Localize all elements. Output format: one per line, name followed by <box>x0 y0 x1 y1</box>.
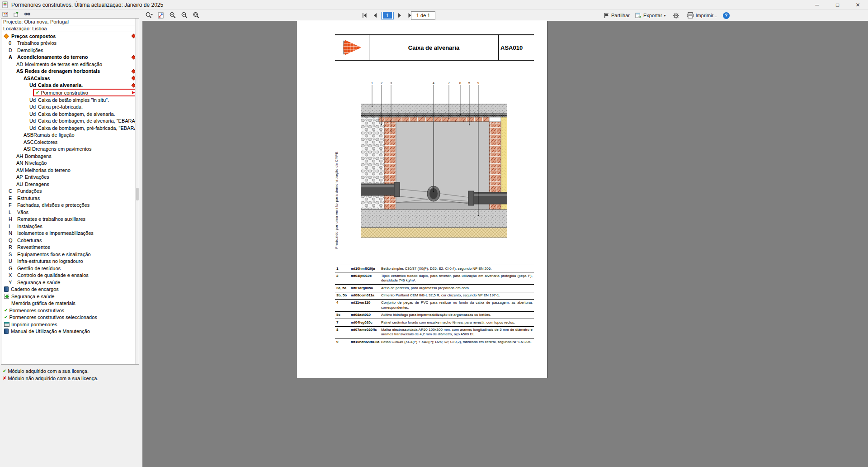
fit-page-button[interactable] <box>156 11 166 20</box>
printer-icon <box>687 12 694 19</box>
print-button[interactable]: Imprimir... <box>687 12 717 19</box>
tree-item[interactable]: SEquipamentos fixos e sinalização <box>1 251 139 258</box>
tree-item[interactable]: ✔Pormenores construtivos seleccionados <box>1 314 139 321</box>
project-location: Localização: Lisboa <box>1 25 139 32</box>
material-description: Aditivo hidrófugo para impermeabilização… <box>380 312 534 319</box>
tree-item[interactable]: ASCColectores <box>1 138 139 146</box>
material-row: 7mt04lvg020cPainel cerâmico furado com e… <box>335 319 534 326</box>
tree-item[interactable]: Preços compostos <box>1 33 139 40</box>
gear-icon <box>673 12 679 19</box>
tree-item-label: Pormenores construtivos <box>9 308 64 313</box>
help-icon[interactable]: ? <box>723 12 730 19</box>
tree-item-label: Fundações <box>17 188 42 194</box>
tree-item[interactable]: AMMelhorias do terreno <box>1 167 139 174</box>
tree-item-label: Caixa pré-fabricada. <box>38 104 83 110</box>
tree-item[interactable]: CFundações <box>1 188 139 195</box>
minimize-button[interactable]: ─ <box>807 0 827 10</box>
material-description: Betão simples C30/37 (X0(P); D25; S2; Cl… <box>380 265 534 272</box>
tree-item[interactable]: EEstruturas <box>1 195 139 202</box>
tree-item-label: Drenagens em pavimentos <box>32 146 91 152</box>
tree-item[interactable]: AAcondicionamento do terreno <box>1 54 139 61</box>
tree-item[interactable]: Manual de Utilização e Manutenção <box>1 328 139 335</box>
tree-item[interactable]: GGestão de resíduos <box>1 265 139 272</box>
export-button[interactable]: Exportar ▾ <box>635 13 666 19</box>
tree-item-label: Estruturas <box>17 195 40 201</box>
tree-item[interactable]: 0Trabalhos prévios <box>1 40 139 47</box>
tree-item-prefix: I <box>9 224 17 229</box>
page-number-input[interactable]: 1 <box>381 12 394 19</box>
tree-item[interactable]: UdCaixa de bombagem, de alvenaria, "EBAR… <box>1 118 139 125</box>
tree-item-label: Caixas <box>34 76 50 81</box>
tree-item[interactable]: Caderno de encargos <box>1 286 139 293</box>
tree-item-label: Controlo de qualidade e ensaios <box>17 272 89 278</box>
tree-item-label: Trabalhos prévios <box>17 40 57 46</box>
tree-item[interactable]: UdCaixa pré-fabricada. <box>1 104 139 111</box>
sidebar-scrollbar-thumb[interactable] <box>136 188 139 200</box>
tree-item[interactable]: QCoberturas <box>1 237 139 244</box>
tree-item[interactable]: ✔Pormenores construtivos <box>1 307 139 314</box>
tree-item[interactable]: ASBRamais de ligação <box>1 132 139 139</box>
tree-item[interactable]: LVãos <box>1 209 139 216</box>
tree-item-label: Caixa de bombagem, pré-fabricada, "EBARA… <box>38 125 139 131</box>
tree-item-prefix: AS <box>16 68 25 74</box>
tree-item-label: Segurança e saúde <box>17 280 60 285</box>
settings-button[interactable] <box>671 11 681 20</box>
tree-item-prefix: Ud <box>29 118 38 124</box>
zoom-window-button[interactable] <box>191 11 201 20</box>
tree-item[interactable]: FFachadas, divisões e protecções <box>1 202 139 209</box>
tree-item[interactable]: UdCaixa de bombagem, de alvenaria. <box>1 110 139 118</box>
tree-item[interactable]: DDemolições <box>1 47 139 54</box>
tree-item-label: Caixa de alvenaria. <box>38 82 83 88</box>
document-viewer[interactable]: Caixa de alvenaria ASA010 <box>142 21 868 467</box>
tree-item[interactable]: ✔Pormenor construtivo▶ <box>33 89 137 96</box>
share-button[interactable]: Partilhar <box>604 13 630 19</box>
tree-item[interactable]: Memória gráfica de materiais <box>1 300 139 307</box>
tree-item[interactable]: ASACaixas <box>1 75 139 82</box>
sidebar-toolbar <box>0 10 142 18</box>
tree-item[interactable]: UdCaixa de betão simples "in situ". <box>1 96 139 104</box>
tree-item[interactable]: NIsolamentos e impermeabilizações <box>1 230 139 237</box>
search-icon[interactable] <box>24 11 31 18</box>
tree-item-prefix: U <box>9 258 17 264</box>
tree-item[interactable]: RRevestimentos <box>1 244 139 251</box>
previous-page-button[interactable] <box>370 11 380 20</box>
tree-item[interactable]: Segurança e saúde <box>1 293 139 300</box>
maximize-button[interactable]: □ <box>827 0 848 10</box>
tree-item[interactable]: UInfra-estruturas no logradouro <box>1 258 139 265</box>
tree-item[interactable]: ANNivelação <box>1 160 139 167</box>
tree-item[interactable]: ASIDrenagens em pavimentos <box>1 146 139 153</box>
tree-item[interactable]: AHBombagens <box>1 152 139 160</box>
next-page-button[interactable] <box>395 11 405 20</box>
check-icon: ✔ <box>4 315 8 319</box>
zoom-out-button[interactable] <box>179 11 189 20</box>
tree-item[interactable]: UdCaixa de alvenaria. <box>1 82 139 89</box>
sidebar-scrollbar[interactable] <box>135 19 139 364</box>
material-code: mt01arg005a <box>350 285 380 291</box>
tree-item-prefix: Ud <box>29 104 38 110</box>
tree-item[interactable]: UdCaixa de bombagem, pré-fabricada, "EBA… <box>1 124 139 132</box>
tree-item-label: Caixa de betão simples "in situ". <box>38 97 109 103</box>
tree-item[interactable]: HRemates e trabalhos auxiliares <box>1 216 139 223</box>
configuration-button[interactable] <box>2 11 9 18</box>
tree-item[interactable]: APEntivações <box>1 174 139 181</box>
tree-item[interactable]: YSegurança e saúde <box>1 279 139 286</box>
zoom-in-button[interactable] <box>168 11 178 20</box>
tree-item[interactable]: Imprimir pormenores <box>1 321 139 328</box>
tree-item[interactable]: ASRedes de drenagem horizontais <box>1 68 139 75</box>
tree-item-label: Instalações <box>17 224 42 229</box>
tree-item-prefix: L <box>9 210 17 215</box>
tree-item[interactable]: ADMovimento de terras em edificação <box>1 61 139 68</box>
app-window: Pormenores construtivos. Última actualiz… <box>0 0 868 467</box>
tree-item-prefix: D <box>9 48 17 53</box>
tree-item[interactable]: IInstalações <box>1 223 139 230</box>
close-button[interactable]: ✕ <box>848 0 868 10</box>
first-page-button[interactable] <box>359 11 369 20</box>
tree-item[interactable]: AUDrenagens <box>1 181 139 188</box>
zoom-mode-button[interactable] <box>144 11 154 20</box>
tree-item-label: Caixa de bombagem, de alvenaria, "EBARA"… <box>38 118 138 124</box>
detail-title: Caixa de alvenaria <box>369 35 499 60</box>
chevron-down-icon: ▾ <box>664 14 666 18</box>
tree-item[interactable]: XControlo de qualidade e ensaios <box>1 272 139 279</box>
tree-panel: Projecto: Obra nova, Portugal Localizaçã… <box>1 18 139 365</box>
send-export-button[interactable] <box>13 11 20 18</box>
